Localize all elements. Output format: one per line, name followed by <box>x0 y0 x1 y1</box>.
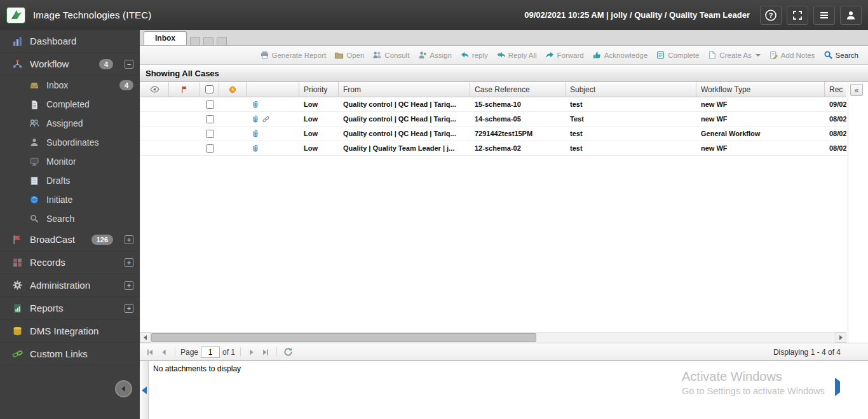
workflow-icon <box>11 58 23 70</box>
broadcast-count-badge: 126 <box>92 235 113 245</box>
reply-all-button[interactable]: Reply All <box>493 48 540 62</box>
from-column-header[interactable]: From <box>339 82 470 97</box>
create-as-button[interactable]: Create As <box>704 48 764 62</box>
sidebar-item-records[interactable]: Records + <box>0 251 140 274</box>
add-notes-button[interactable]: Add Notes <box>766 48 818 62</box>
scrollbar-track[interactable] <box>151 333 836 343</box>
forward-button[interactable]: Forward <box>542 48 587 62</box>
next-page-button[interactable] <box>246 347 257 358</box>
row-checkbox[interactable] <box>206 100 214 109</box>
case-reference-column-header[interactable]: Case Reference <box>470 82 566 97</box>
horizontal-scrollbar[interactable] <box>140 332 846 343</box>
collapse-attachments-left-button[interactable] <box>140 361 149 419</box>
sidebar-item-search[interactable]: Search <box>0 209 140 228</box>
generate-report-button[interactable]: Generate Report <box>257 48 330 62</box>
sidebar: Dashboard Workflow 4 − Inbox 4 <box>0 30 140 419</box>
open-button[interactable]: Open <box>331 48 367 62</box>
expand-broadcast-icon[interactable]: + <box>125 235 133 244</box>
scroll-left-button[interactable] <box>140 333 151 343</box>
tab-stub[interactable] <box>217 37 227 45</box>
expand-attachments-right-button[interactable] <box>835 381 840 393</box>
sidebar-item-assigned[interactable]: Assigned <box>0 114 140 133</box>
reply-button[interactable]: reply <box>457 48 491 62</box>
east-collapse-strip: « <box>848 82 865 343</box>
sidebar-item-label: Custom Links <box>30 348 88 359</box>
cell-received: 09/02/2 <box>825 100 846 108</box>
cell-from: Quality | Quality Team Leader | j... <box>339 144 470 152</box>
subject-column-header[interactable]: Subject <box>566 82 696 97</box>
cell-from: Quality control | QC Head | Tariq... <box>339 130 470 137</box>
collapse-sidebar-button[interactable] <box>115 380 132 397</box>
scroll-right-button[interactable] <box>836 333 846 343</box>
sidebar-item-dashboard[interactable]: Dashboard <box>0 30 140 53</box>
sidebar-item-reports[interactable]: Reports + <box>0 297 140 320</box>
page-input[interactable] <box>201 347 220 358</box>
sidebar-item-custom-links[interactable]: Custom Links <box>0 343 140 366</box>
sidebar-item-label: Completed <box>46 99 90 109</box>
flag-column-header[interactable] <box>169 82 200 97</box>
first-page-button[interactable] <box>144 347 156 358</box>
app-window: Image Technologies (ITEC) 09/02/2021 10:… <box>0 0 868 419</box>
sidebar-item-label: Workflow <box>30 58 69 69</box>
help-button[interactable]: ? <box>760 6 782 25</box>
paperclip-icon <box>251 114 260 124</box>
sidebar-item-completed[interactable]: Completed <box>0 95 140 114</box>
priority-column-header[interactable]: Priority <box>299 82 339 97</box>
menu-button[interactable] <box>813 6 835 25</box>
paperclip-icon <box>251 100 260 109</box>
read-status-column-header[interactable] <box>140 82 169 97</box>
acknowledge-button[interactable]: Acknowledge <box>589 48 651 62</box>
table-row[interactable]: Low Quality control | QC Head | Tariq...… <box>140 97 846 112</box>
assign-person-icon <box>417 50 427 60</box>
last-page-button[interactable] <box>260 347 271 358</box>
prev-page-button[interactable] <box>158 347 170 358</box>
row-checkbox[interactable] <box>206 130 214 138</box>
select-all-column-header[interactable] <box>200 82 219 97</box>
table-row[interactable]: Low Quality control | QC Head | Tariq...… <box>140 127 846 141</box>
expand-administration-icon[interactable]: + <box>125 281 133 290</box>
sidebar-item-monitor[interactable]: Monitor <box>0 152 140 171</box>
collapse-workflow-icon[interactable]: − <box>125 60 133 69</box>
select-all-checkbox[interactable] <box>205 85 214 93</box>
collapse-east-panel-button[interactable]: « <box>850 84 863 96</box>
user-button[interactable] <box>840 6 862 25</box>
sidebar-item-inbox[interactable]: Inbox 4 <box>0 76 140 95</box>
page-label: Page <box>180 348 198 357</box>
sidebar-item-drafts[interactable]: Drafts <box>0 171 140 190</box>
fullscreen-button[interactable] <box>787 6 808 25</box>
sidebar-item-label: Reports <box>30 303 64 313</box>
drafts-icon <box>29 175 39 186</box>
status-column-header[interactable] <box>219 82 247 97</box>
assign-button[interactable]: Assign <box>414 48 455 62</box>
tab-inbox[interactable]: Inbox <box>144 31 187 45</box>
sidebar-item-broadcast[interactable]: BroadCast 126 + <box>0 228 140 251</box>
row-checkbox[interactable] <box>206 115 214 123</box>
consult-button[interactable]: Consult <box>369 48 412 62</box>
row-checkbox[interactable] <box>206 144 214 153</box>
cell-workflow-type: new WF <box>696 115 825 123</box>
tab-stub[interactable] <box>190 37 200 45</box>
workflow-type-column-header[interactable]: Workflow Type <box>696 82 825 97</box>
tab-stub[interactable] <box>203 37 214 45</box>
sidebar-item-label: Search <box>46 214 74 224</box>
search-button[interactable]: Search <box>820 48 862 62</box>
attachments-empty-text: No attachments to display <box>149 361 868 419</box>
sidebar-item-dms-integration[interactable]: DMS Integration <box>0 320 140 343</box>
tabstrip: Inbox <box>140 30 868 46</box>
cell-received: 08/02/2 <box>825 130 846 137</box>
sidebar-item-administration[interactable]: Administration + <box>0 274 140 297</box>
attachments-column-header[interactable] <box>247 82 299 97</box>
refresh-button[interactable] <box>282 347 294 358</box>
sidebar-item-initiate[interactable]: Initiate <box>0 190 140 209</box>
complete-button[interactable]: Complete <box>653 48 702 62</box>
sidebar-item-workflow[interactable]: Workflow 4 − <box>0 53 140 76</box>
table-row[interactable]: Low Quality control | QC Head | Tariq...… <box>140 112 846 127</box>
workflow-count-badge: 4 <box>99 59 113 69</box>
expand-reports-icon[interactable]: + <box>125 304 133 313</box>
scrollbar-thumb[interactable] <box>151 333 536 342</box>
received-column-header[interactable]: Rec <box>825 82 846 97</box>
sidebar-item-subordinates[interactable]: Subordinates <box>0 133 140 152</box>
expand-records-icon[interactable]: + <box>125 258 133 267</box>
table-row[interactable]: Low Quality | Quality Team Leader | j...… <box>140 141 846 156</box>
cell-workflow-type: General Workflow <box>696 130 825 137</box>
